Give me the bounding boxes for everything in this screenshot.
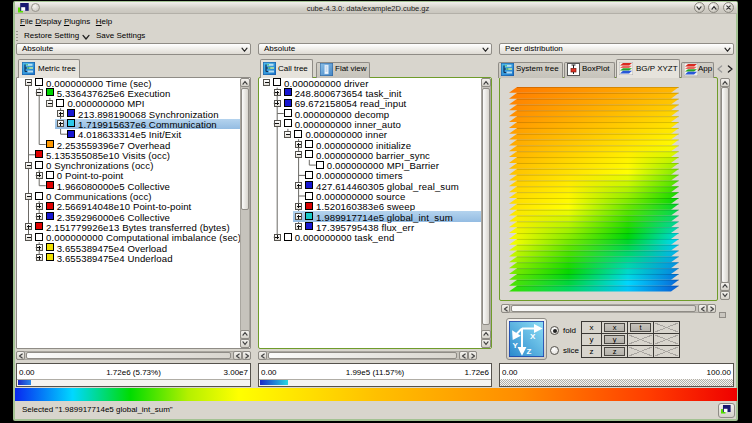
svg-text:X: X bbox=[530, 332, 536, 341]
svg-text:Y: Y bbox=[513, 341, 519, 350]
svg-text:Z: Z bbox=[527, 347, 532, 356]
